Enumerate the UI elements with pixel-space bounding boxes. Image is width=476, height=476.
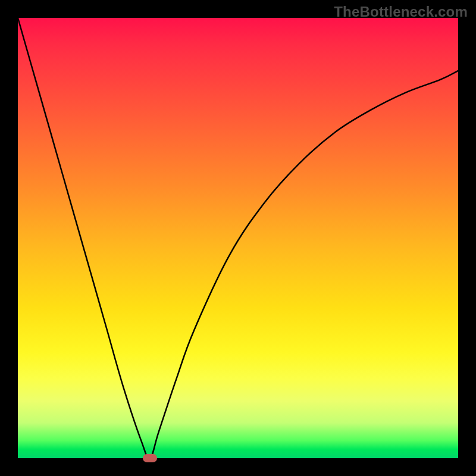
plot-area xyxy=(18,18,458,458)
optimal-marker xyxy=(143,454,157,462)
chart-frame: TheBottleneck.com xyxy=(0,0,476,476)
bottleneck-curve xyxy=(18,18,458,458)
watermark-text: TheBottleneck.com xyxy=(334,4,468,20)
